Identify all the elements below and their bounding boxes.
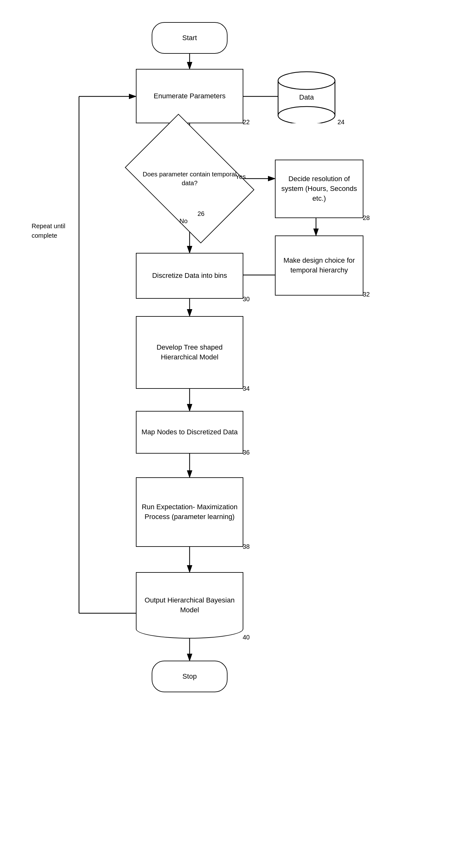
run-em-num: 38 (243, 543, 250, 550)
decision-node: Does parameter contain temporal data? (136, 141, 243, 217)
run-em-label: Run Expectation- Maximization Process (p… (136, 499, 243, 525)
develop-tree-node: Develop Tree shaped Hierarchical Model (136, 316, 243, 389)
design-choice-label: Make design choice for temporal hierarch… (276, 253, 363, 278)
output-label: Output Hierarchical Bayesian Model (136, 592, 243, 618)
design-choice-num: 32 (363, 291, 370, 298)
repeat-label: Repeat until complete (32, 221, 76, 240)
decide-resolution-node: Decide resolution of system (Hours, Seco… (275, 160, 364, 218)
decide-resolution-label: Decide resolution of system (Hours, Seco… (276, 171, 363, 207)
map-nodes-label: Map Nodes to Discretized Data (137, 424, 242, 440)
decision-label: Does parameter contain temporal data? (136, 166, 243, 191)
run-em-node: Run Expectation- Maximization Process (p… (136, 477, 243, 547)
stop-label: Stop (178, 669, 201, 685)
flowchart-diagram: Start Enumerate Parameters 22 Data 24 Do… (0, 0, 474, 868)
map-nodes-num: 36 (243, 449, 250, 456)
develop-tree-num: 34 (243, 385, 250, 392)
svg-point-19 (278, 106, 335, 123)
develop-tree-label: Develop Tree shaped Hierarchical Model (136, 340, 243, 365)
data-node: Data (275, 69, 338, 123)
enumerate-node: Enumerate Parameters (136, 69, 243, 123)
data-label: Data (275, 93, 338, 101)
discretize-node: Discretize Data into bins (136, 253, 243, 299)
start-label: Start (178, 30, 201, 46)
output-num: 40 (243, 634, 250, 641)
start-node: Start (152, 22, 227, 54)
design-choice-node: Make design choice for temporal hierarch… (275, 236, 364, 296)
svg-point-18 (278, 72, 335, 89)
map-nodes-node: Map Nodes to Discretized Data (136, 411, 243, 454)
discretize-label: Discretize Data into bins (147, 268, 232, 284)
data-num: 24 (338, 119, 344, 126)
enumerate-num: 22 (243, 119, 250, 126)
stop-node: Stop (152, 661, 227, 692)
enumerate-label: Enumerate Parameters (149, 88, 230, 104)
discretize-num: 30 (243, 296, 250, 303)
no-label: No (180, 217, 188, 225)
decide-resolution-num: 28 (363, 214, 370, 222)
output-node: Output Hierarchical Bayesian Model (136, 572, 243, 639)
